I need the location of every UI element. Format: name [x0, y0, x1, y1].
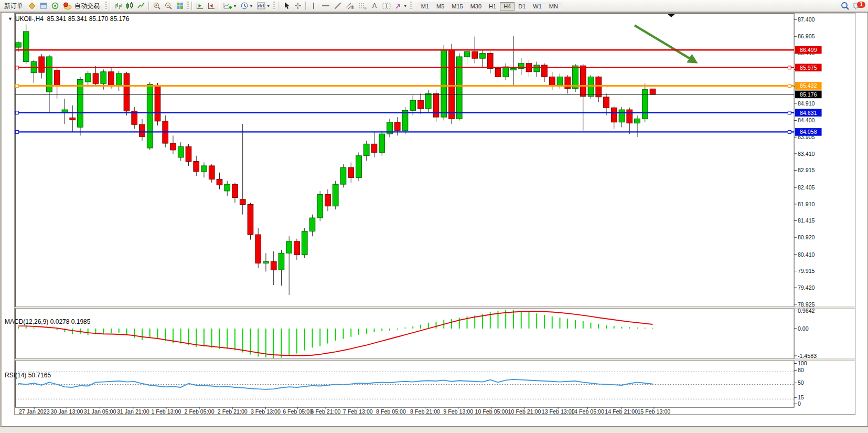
algo-trading-button[interactable]: 自动交易: [61, 1, 104, 11]
timeframe-h1-button[interactable]: H1: [485, 2, 500, 10]
time-axis-label: 14 Feb 21:00: [605, 408, 638, 415]
horizontal-line-icon: [321, 2, 330, 10]
cursor-button[interactable]: [281, 1, 292, 11]
candle-body: [363, 144, 369, 155]
time-axis-label: 8 Feb 05:00: [376, 408, 406, 415]
price-tick-label: 80.410: [798, 251, 815, 258]
vertical-line-button[interactable]: [308, 1, 319, 11]
line-handle[interactable]: [15, 131, 18, 134]
line-handle[interactable]: [788, 66, 791, 69]
candle-body: [39, 57, 45, 72]
text-button[interactable]: A: [369, 1, 380, 11]
time-axis-label: 8 Feb 21:00: [410, 408, 440, 415]
price-tick-label: 84.400: [798, 117, 815, 123]
navigator-button[interactable]: [38, 1, 49, 11]
zoom-in-button[interactable]: [151, 1, 163, 11]
horizontal-line-button[interactable]: [319, 1, 332, 11]
candle-body: [627, 110, 633, 123]
candle-body: [271, 261, 276, 270]
price-tick-label: 84.910: [798, 100, 815, 107]
candle-body: [464, 51, 470, 57]
toolbar-grip: [187, 2, 189, 10]
candle-body: [178, 146, 184, 157]
price-tick-label: 87.400: [798, 16, 815, 23]
timeframe-m5-button[interactable]: M5: [433, 2, 448, 10]
time-axis-label: 10 Feb 21:00: [508, 408, 541, 415]
line-handle[interactable]: [15, 111, 18, 114]
zoom-out-icon: [164, 2, 173, 10]
signal-icon: [51, 2, 59, 10]
candle-body: [619, 110, 625, 122]
candle-body: [248, 204, 253, 235]
candle-body: [124, 73, 130, 111]
rsi-axis-label: 0: [798, 400, 801, 407]
time-axis-label: 6 Feb 05:00: [283, 408, 313, 415]
candlestick-chart-button[interactable]: [124, 1, 135, 11]
timeframe-h4-button[interactable]: H4: [500, 2, 515, 10]
timeframe-m30-button[interactable]: M30: [467, 2, 485, 10]
line-handle[interactable]: [15, 85, 18, 88]
price-tick-label: 79.420: [798, 284, 815, 291]
time-axis-label: 3 Feb 13:00: [251, 408, 281, 415]
time-axis-label: 14 Feb 05:00: [571, 408, 604, 415]
timeframe-mn-button[interactable]: MN: [545, 2, 562, 10]
add-indicator-button[interactable]: ▼: [221, 1, 239, 11]
svg-text:F: F: [365, 6, 367, 10]
timeframe-m1-button[interactable]: M1: [417, 2, 433, 10]
window-icon: [39, 2, 48, 10]
candle-body: [333, 184, 338, 206]
periods-menu-button[interactable]: ▼: [239, 1, 255, 11]
equidistant-channel-button[interactable]: E: [344, 1, 356, 11]
zoom-out-button[interactable]: [163, 1, 174, 11]
separator: [278, 2, 279, 10]
shift-end-button[interactable]: [194, 1, 206, 11]
auto-scroll-icon: [207, 2, 216, 10]
time-axis-label: 15 Feb 13:00: [637, 408, 670, 415]
candle-body: [487, 54, 493, 69]
candle-body: [604, 97, 609, 108]
line-handle[interactable]: [15, 66, 18, 69]
text-label-button[interactable]: T: [380, 1, 393, 11]
candle-body: [62, 110, 68, 112]
price-tick-label: 82.405: [798, 184, 815, 191]
chevron-down-icon: ▼: [233, 4, 237, 8]
candle-body: [217, 179, 222, 185]
candle-body: [611, 108, 617, 122]
auto-scroll-button[interactable]: [206, 1, 217, 11]
candle-body: [635, 119, 640, 123]
timeframe-m15-button[interactable]: M15: [448, 2, 466, 10]
candle-body: [286, 241, 292, 253]
fibonacci-button[interactable]: F: [356, 1, 369, 11]
line-handle[interactable]: [788, 85, 791, 88]
notifications-button[interactable]: 1: [851, 1, 864, 11]
new-order-button[interactable]: 新订单: [1, 1, 26, 11]
shift-end-icon: [196, 2, 204, 10]
candle-body: [186, 146, 191, 161]
bar-chart-button[interactable]: [112, 1, 124, 11]
crosshair-button[interactable]: [292, 1, 304, 11]
toolbar-grip: [273, 2, 275, 10]
candle-body: [480, 54, 486, 59]
line-chart-button[interactable]: [135, 1, 147, 11]
search-button[interactable]: [839, 1, 851, 11]
chart-properties-button[interactable]: ▼: [255, 1, 272, 11]
signals-button[interactable]: [49, 1, 61, 11]
timeframe-w1-button[interactable]: W1: [529, 2, 545, 10]
timeframe-d1-button[interactable]: D1: [515, 2, 529, 10]
trendline-button[interactable]: [332, 1, 344, 11]
panel-splitter[interactable]: [14, 359, 855, 361]
price-tick-label: 81.415: [798, 217, 815, 224]
line-chart-icon: [137, 2, 145, 10]
notification-badge: 1: [857, 2, 865, 8]
candle-body: [232, 184, 238, 198]
market-watch-button[interactable]: [26, 1, 38, 11]
line-handle[interactable]: [788, 131, 791, 134]
line-handle[interactable]: [788, 111, 791, 114]
panel-splitter[interactable]: [14, 307, 855, 309]
candle-body: [325, 194, 331, 206]
zoom-in-icon: [153, 2, 161, 10]
time-axis-label: 30 Jan 13:00: [51, 408, 83, 415]
candle-body: [294, 241, 300, 255]
shapes-button[interactable]: ▼: [393, 1, 409, 11]
tile-windows-button[interactable]: [174, 1, 186, 11]
